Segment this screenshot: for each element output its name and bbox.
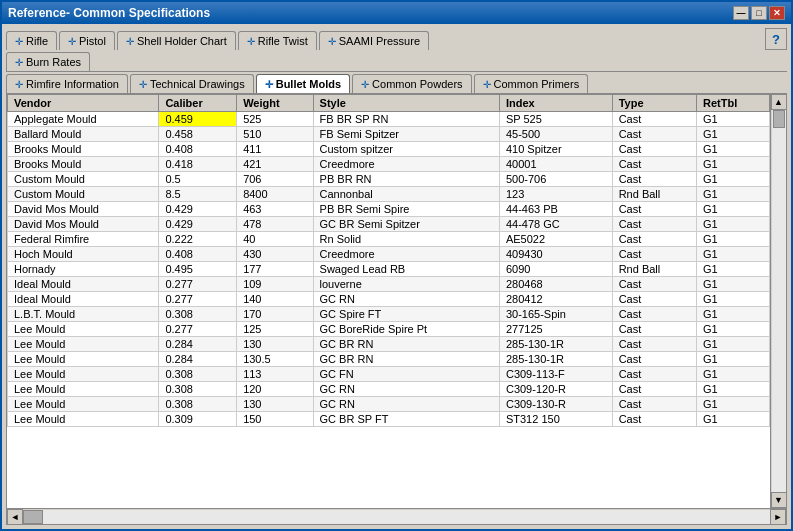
table-cell: G1 <box>696 187 769 202</box>
table-cell: Brooks Mould <box>8 157 159 172</box>
tab-tech-drawings[interactable]: ✛ Technical Drawings <box>130 74 254 93</box>
close-button[interactable]: ✕ <box>769 6 785 20</box>
tabs-burn-row: ✛ Burn Rates <box>2 50 791 71</box>
tab-burn-rates[interactable]: ✛ Burn Rates <box>6 52 90 71</box>
table-cell: 285-130-1R <box>499 337 612 352</box>
tab-saami[interactable]: ✛ SAAMI Pressure <box>319 31 429 50</box>
table-cell: G1 <box>696 412 769 427</box>
table-cell: PB BR RN <box>313 172 499 187</box>
table-row: Lee Mould0.284130GC BR RN285-130-1RCastG… <box>8 337 770 352</box>
table-cell: 0.458 <box>159 127 237 142</box>
table-cell: 109 <box>237 277 313 292</box>
table-row: Ideal Mould0.277140GC RN280412CastG1 <box>8 292 770 307</box>
scroll-up-arrow[interactable]: ▲ <box>771 94 787 110</box>
vertical-scrollbar[interactable]: ▲ ▼ <box>770 94 786 508</box>
twist-tab-icon: ✛ <box>247 36 255 47</box>
table-cell: 113 <box>237 367 313 382</box>
tab-rifle[interactable]: ✛ Rifle <box>6 31 57 50</box>
table-cell: 410 Spitzer <box>499 142 612 157</box>
scroll-left-arrow[interactable]: ◄ <box>7 509 23 525</box>
table-cell: Rn Solid <box>313 232 499 247</box>
table-cell: GC BoreRide Spire Pt <box>313 322 499 337</box>
table-cell: 0.408 <box>159 142 237 157</box>
table-cell: GC BR RN <box>313 337 499 352</box>
minimize-button[interactable]: — <box>733 6 749 20</box>
scroll-right-arrow[interactable]: ► <box>770 509 786 525</box>
table-row: Brooks Mould0.418421Creedmore40001CastG1 <box>8 157 770 172</box>
scroll-track-horizontal[interactable] <box>23 510 770 524</box>
tab-bullet-molds[interactable]: ✛ Bullet Molds <box>256 74 350 93</box>
tab-pistol[interactable]: ✛ Pistol <box>59 31 115 50</box>
table-cell: G1 <box>696 397 769 412</box>
tab-common-powders[interactable]: ✛ Common Powders <box>352 74 471 93</box>
table-cell: 140 <box>237 292 313 307</box>
table-cell: ST312 150 <box>499 412 612 427</box>
scroll-track-vertical[interactable] <box>772 110 786 492</box>
table-cell: Custom spitzer <box>313 142 499 157</box>
table-cell: 170 <box>237 307 313 322</box>
table-cell: 6090 <box>499 262 612 277</box>
table-cell: 0.459 <box>159 112 237 127</box>
window-title: Reference- Common Specifications <box>8 6 210 20</box>
table-cell: Cast <box>612 337 696 352</box>
table-cell: Creedmore <box>313 157 499 172</box>
table-row: Lee Mould0.308113GC FNC309-113-FCastG1 <box>8 367 770 382</box>
tab-rifle-label: Rifle <box>26 35 48 47</box>
table-cell: Cannonbal <box>313 187 499 202</box>
help-button[interactable]: ? <box>765 28 787 50</box>
tab-rifle-twist-label: Rifle Twist <box>258 35 308 47</box>
table-cell: Lee Mould <box>8 367 159 382</box>
table-cell: C309-113-F <box>499 367 612 382</box>
shell-tab-icon: ✛ <box>126 36 134 47</box>
tab-molds-label: Bullet Molds <box>276 78 341 90</box>
table-container[interactable]: Vendor Caliber Weight Style Index Type R… <box>7 94 770 508</box>
horizontal-scrollbar[interactable]: ◄ ► <box>7 508 786 524</box>
table-cell: 123 <box>499 187 612 202</box>
tab-rimfire[interactable]: ✛ Rimfire Information <box>6 74 128 93</box>
table-cell: Creedmore <box>313 247 499 262</box>
title-bar: Reference- Common Specifications — □ ✕ <box>2 2 791 24</box>
table-cell: Applegate Mould <box>8 112 159 127</box>
scroll-thumb-horizontal[interactable] <box>23 510 43 524</box>
tab-rimfire-label: Rimfire Information <box>26 78 119 90</box>
table-cell: Cast <box>612 247 696 262</box>
table-cell: Swaged Lead RB <box>313 262 499 277</box>
table-cell: Cast <box>612 292 696 307</box>
scroll-thumb-vertical[interactable] <box>773 110 785 128</box>
table-cell: G1 <box>696 112 769 127</box>
table-cell: 411 <box>237 142 313 157</box>
tab-shell-holder[interactable]: ✛ Shell Holder Chart <box>117 31 236 50</box>
tabs-row1: ✛ Rifle ✛ Pistol ✛ Shell Holder Chart ✛ … <box>2 24 791 50</box>
table-row: Lee Mould0.284130.5GC BR RN285-130-1RCas… <box>8 352 770 367</box>
table-cell: 0.308 <box>159 367 237 382</box>
maximize-button[interactable]: □ <box>751 6 767 20</box>
table-cell: Rnd Ball <box>612 187 696 202</box>
table-cell: 0.308 <box>159 397 237 412</box>
table-cell: GC BR Semi Spitzer <box>313 217 499 232</box>
table-row: Lee Mould0.277125GC BoreRide Spire Pt277… <box>8 322 770 337</box>
table-cell: 706 <box>237 172 313 187</box>
table-cell: G1 <box>696 247 769 262</box>
table-cell: Cast <box>612 202 696 217</box>
table-cell: 0.495 <box>159 262 237 277</box>
table-cell: G1 <box>696 232 769 247</box>
table-row: Brooks Mould0.408411Custom spitzer410 Sp… <box>8 142 770 157</box>
scroll-down-arrow[interactable]: ▼ <box>771 492 787 508</box>
tab-rifle-twist[interactable]: ✛ Rifle Twist <box>238 31 317 50</box>
table-cell: GC Spire FT <box>313 307 499 322</box>
table-cell: 120 <box>237 382 313 397</box>
table-cell: 409430 <box>499 247 612 262</box>
tab-common-primers[interactable]: ✛ Common Primers <box>474 74 589 93</box>
burn-tab-icon: ✛ <box>15 57 23 68</box>
table-row: David Mos Mould0.429478GC BR Semi Spitze… <box>8 217 770 232</box>
table-cell: G1 <box>696 262 769 277</box>
tabs-row2: ✛ Rimfire Information ✛ Technical Drawin… <box>2 72 791 93</box>
table-cell: Cast <box>612 382 696 397</box>
table-cell: Cast <box>612 412 696 427</box>
table-cell: 430 <box>237 247 313 262</box>
table-cell: Cast <box>612 112 696 127</box>
table-cell: C309-130-R <box>499 397 612 412</box>
table-row: Ballard Mould0.458510FB Semi Spitzer45-5… <box>8 127 770 142</box>
window-controls: — □ ✕ <box>733 6 785 20</box>
table-cell: GC RN <box>313 382 499 397</box>
